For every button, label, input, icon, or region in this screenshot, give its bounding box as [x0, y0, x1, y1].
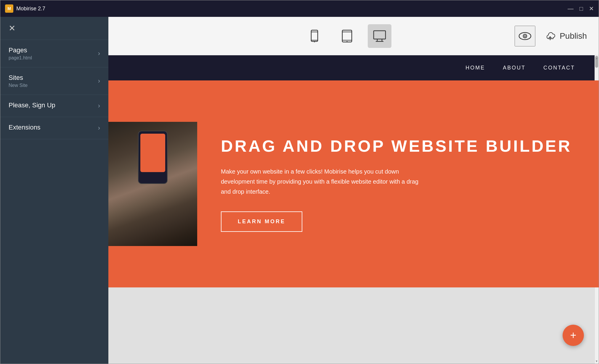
toolbar: Publish [108, 17, 599, 55]
upload-cloud-icon [544, 30, 556, 42]
sidebar-item-extensions[interactable]: Extensions › [0, 117, 108, 139]
mobile-view-button[interactable] [303, 24, 326, 48]
maximize-button[interactable]: □ [579, 6, 583, 12]
scroll-down-arrow[interactable]: ▼ [595, 359, 598, 363]
app-title: Mobirise 2.7 [16, 6, 568, 12]
device-buttons [179, 24, 515, 48]
preview-site: HOME ABOUT CONTACT DRAG AND [108, 55, 599, 287]
add-plus-icon: + [570, 330, 576, 341]
app-icon: M [5, 4, 13, 13]
window-controls: — □ ✕ [568, 6, 594, 12]
hero-section: DRAG AND DROP WEBSITE BUILDER Make your … [108, 80, 599, 287]
sidebar-close-button[interactable]: ✕ [9, 23, 15, 33]
scroll-up-arrow[interactable]: ▲ [595, 56, 598, 60]
preview-button[interactable] [515, 26, 535, 46]
hero-content: DRAG AND DROP WEBSITE BUILDER Make your … [197, 136, 599, 232]
canvas[interactable]: ▲ ▼ HOME ABOUT CONTACT [108, 55, 599, 364]
sidebar-item-signup[interactable]: Please, Sign Up › [0, 95, 108, 117]
publish-label: Publish [560, 31, 587, 41]
desktop-icon [372, 29, 387, 43]
desktop-view-button[interactable] [368, 24, 391, 48]
nav-item-contact[interactable]: CONTACT [543, 65, 575, 71]
tablet-view-button[interactable] [335, 24, 359, 48]
phone-graphic [138, 131, 168, 184]
sidebar-sites-chevron: › [98, 77, 100, 85]
hero-subtitle: Make your own website in a few clicks! M… [221, 166, 422, 197]
sidebar-extensions-title: Extensions [9, 124, 98, 131]
main-area: ✕ Pages page1.html › Sites New Site › Pl… [0, 17, 599, 364]
sidebar-item-sites[interactable]: Sites New Site › [0, 67, 108, 95]
sidebar-pages-subtitle: page1.html [9, 55, 98, 61]
titlebar: M Mobirise 2.7 — □ ✕ [0, 0, 599, 17]
sidebar-signup-chevron: › [98, 102, 100, 110]
sidebar-extensions-chevron: › [98, 124, 100, 132]
svg-point-7 [346, 41, 348, 42]
app-window: M Mobirise 2.7 — □ ✕ ✕ Pages page1.html … [0, 0, 599, 364]
toolbar-right: Publish [515, 26, 587, 46]
svg-point-14 [524, 35, 526, 37]
nav-item-home[interactable]: HOME [465, 65, 485, 71]
sidebar-close-area: ✕ [0, 17, 108, 40]
svg-rect-8 [374, 31, 386, 39]
sidebar-sites-title: Sites [9, 74, 98, 82]
add-block-button[interactable]: + [563, 325, 584, 346]
site-nav: HOME ABOUT CONTACT [108, 55, 599, 80]
window-close-button[interactable]: ✕ [589, 6, 594, 12]
hero-image [108, 122, 197, 246]
sidebar: ✕ Pages page1.html › Sites New Site › Pl… [0, 17, 108, 364]
svg-point-3 [314, 41, 315, 42]
eye-icon [518, 29, 532, 43]
tablet-icon [340, 29, 354, 43]
nav-item-about[interactable]: ABOUT [503, 65, 526, 71]
hero-title: DRAG AND DROP WEBSITE BUILDER [221, 136, 575, 156]
publish-button[interactable]: Publish [544, 30, 587, 42]
sidebar-sites-subtitle: New Site [9, 83, 98, 88]
sidebar-signup-title: Please, Sign Up [9, 101, 98, 109]
mobile-icon [307, 29, 322, 43]
sidebar-pages-title: Pages [9, 46, 98, 54]
minimize-button[interactable]: — [568, 6, 574, 12]
editor-area: Publish ▲ ▼ HOME ABOUT [108, 17, 599, 364]
sidebar-item-pages[interactable]: Pages page1.html › [0, 40, 108, 67]
hero-cta-button[interactable]: LEARN MORE [221, 211, 302, 232]
sidebar-pages-chevron: › [98, 50, 100, 57]
phone-screen [140, 134, 165, 172]
